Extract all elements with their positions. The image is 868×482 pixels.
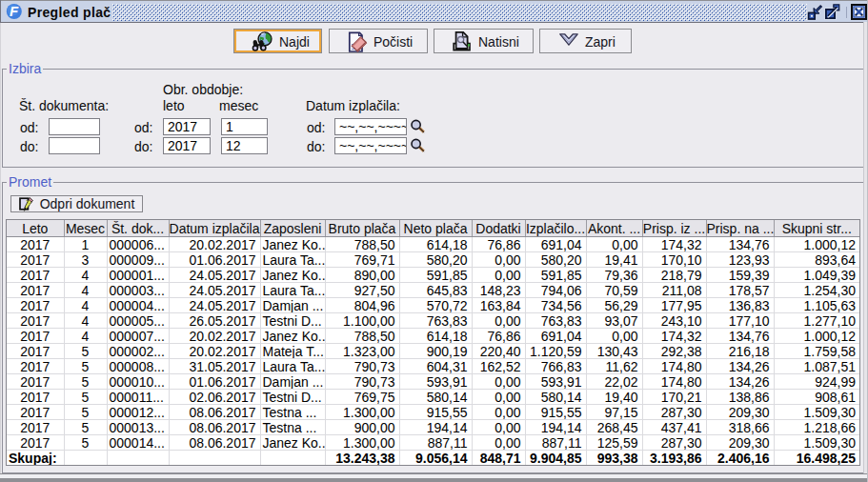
svg-text:F: F bbox=[10, 3, 19, 19]
